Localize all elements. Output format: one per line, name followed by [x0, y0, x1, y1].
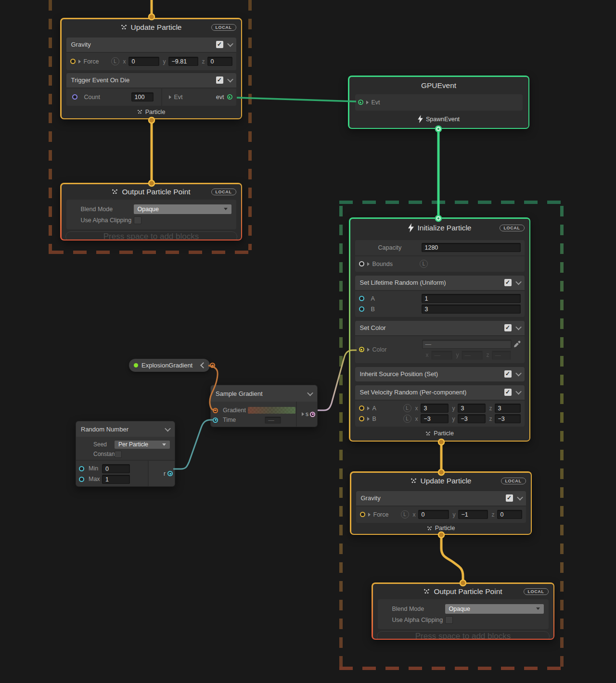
dropdown-arrow-icon	[536, 607, 540, 610]
velocity-b-z-field[interactable]: −3	[495, 414, 521, 423]
lifetime-a-port[interactable]	[359, 296, 364, 301]
local-badge: LOCAL	[500, 225, 525, 231]
color-value-field[interactable]: —	[422, 340, 512, 349]
local-space-icon[interactable]: L	[403, 404, 411, 412]
chevron-down-icon[interactable]	[515, 324, 522, 330]
particle-icon	[121, 25, 127, 30]
chevron-down-icon[interactable]	[227, 76, 233, 83]
block-enabled-checkbox[interactable]: ✓	[504, 389, 512, 396]
seed-value: Per Particle	[118, 441, 148, 448]
force-label: Force	[84, 58, 99, 65]
particle-icon	[137, 110, 142, 114]
chevron-down-icon[interactable]	[307, 390, 313, 396]
particle-footer-label: Particle	[145, 109, 166, 115]
seed-dropdown[interactable]: Per Particle	[115, 441, 170, 449]
max-label: Max	[89, 476, 102, 482]
velocity-b-port[interactable]	[359, 416, 364, 421]
velocity-a-port[interactable]	[359, 405, 364, 411]
node-gpuevent[interactable]: GPUEvent Evt SpawnEvent	[348, 76, 529, 129]
time-input-port[interactable]	[213, 417, 218, 423]
node-title: Update Particle	[131, 23, 182, 32]
node-update-particle-2[interactable]: Update Particle LOCAL Gravity ✓ Force L …	[350, 471, 532, 535]
node-sample-gradient[interactable]: Sample Gradient Gradient Time — s	[210, 385, 318, 427]
node-title: Output Particle Point	[122, 188, 190, 196]
max-field[interactable]: 1	[102, 475, 130, 484]
block-enabled-checkbox[interactable]: ✓	[506, 494, 513, 502]
chevron-down-icon[interactable]	[165, 425, 171, 431]
lifetime-b-port[interactable]	[359, 306, 364, 312]
local-space-icon[interactable]: L	[403, 415, 411, 423]
chevron-down-icon[interactable]	[227, 41, 233, 47]
local-space-icon[interactable]: L	[111, 57, 119, 65]
chevron-down-icon[interactable]	[515, 370, 522, 377]
node-random-number[interactable]: Random Number Seed Per Particle Constant	[76, 421, 175, 487]
force-y-field[interactable]: −9.81	[168, 57, 198, 66]
parameter-explosion-gradient[interactable]: ExplosionGradient	[129, 359, 210, 372]
velocity-a-z-field[interactable]: 3	[495, 404, 521, 413]
collapse-icon[interactable]	[200, 362, 206, 368]
particle-icon	[112, 189, 118, 194]
alpha-clipping-checkbox[interactable]	[445, 616, 453, 624]
velocity-b-y-field[interactable]: −3	[458, 414, 486, 423]
alpha-clipping-checkbox[interactable]	[134, 216, 141, 224]
blend-mode-dropdown[interactable]: Opaque	[134, 204, 231, 214]
blend-mode-label: Blend Mode	[81, 206, 134, 213]
block-label: Set Lifetime Random (Uniform)	[360, 279, 446, 286]
lifetime-a-field[interactable]: 1	[422, 294, 521, 303]
add-blocks-placeholder[interactable]: Press space to add blocks	[377, 631, 550, 639]
node-title: Sample Gradient	[216, 390, 263, 397]
node-update-particle-1[interactable]: Update Particle LOCAL Gravity ✓ Force L …	[60, 18, 242, 119]
block-enabled-checkbox[interactable]: ✓	[504, 324, 512, 331]
group-border-bottom	[50, 251, 252, 254]
force-z-field[interactable]: 0	[207, 57, 232, 66]
bounds-port[interactable]	[359, 261, 364, 266]
force-x-field[interactable]: 0	[128, 57, 159, 66]
blend-mode-dropdown[interactable]: Opaque	[445, 604, 544, 614]
chevron-down-icon[interactable]	[515, 279, 522, 285]
gpuevent-evt-label: Evt	[372, 99, 380, 106]
node-output-particle-point-1[interactable]: Output Particle Point LOCAL Blend Mode O…	[60, 183, 242, 240]
capacity-field[interactable]: 1280	[422, 243, 521, 252]
block-lifetime-header: Set Lifetime Random (Uniform) ✓	[355, 276, 525, 290]
gradient-input-port[interactable]	[213, 408, 218, 413]
force-port[interactable]	[360, 512, 365, 517]
block-enabled-checkbox[interactable]: ✓	[216, 41, 223, 48]
evt-output-port[interactable]	[227, 94, 232, 100]
local-space-icon[interactable]: L	[420, 260, 428, 268]
count-field[interactable]: 100	[131, 92, 154, 101]
parameter-output-port[interactable]	[210, 363, 215, 368]
velocity-a-y-field[interactable]: 3	[458, 404, 486, 413]
count-port[interactable]	[72, 94, 77, 100]
max-port[interactable]	[79, 477, 84, 482]
force-x-field[interactable]: 0	[418, 510, 449, 519]
force-y-field[interactable]: −1	[458, 510, 488, 519]
group-border-right	[248, 0, 252, 250]
min-port[interactable]	[79, 466, 84, 471]
add-blocks-placeholder[interactable]: Press space to add blocks	[65, 231, 237, 240]
block-enabled-checkbox[interactable]: ✓	[504, 370, 512, 378]
gpuevent-evt-port[interactable]	[358, 100, 363, 105]
chevron-down-icon[interactable]	[515, 389, 522, 395]
min-field[interactable]: 0	[102, 464, 130, 473]
lifetime-b-field[interactable]: 3	[422, 304, 521, 314]
local-badge: LOCAL	[501, 478, 526, 484]
force-port[interactable]	[70, 59, 76, 64]
velocity-b-x-field[interactable]: −3	[421, 414, 449, 423]
constant-label: Constant	[93, 451, 115, 457]
eyedropper-icon[interactable]	[513, 341, 521, 348]
gradient-preview[interactable]	[248, 407, 295, 414]
seed-label: Seed	[93, 441, 115, 448]
random-output-port[interactable]	[167, 471, 173, 476]
force-z-field[interactable]: 0	[497, 510, 522, 519]
node-initialize-particle[interactable]: Initialize Particle LOCAL Capacity 1280 …	[349, 217, 530, 442]
block-enabled-checkbox[interactable]: ✓	[216, 76, 223, 84]
constant-checkbox[interactable]	[115, 451, 122, 458]
alpha-clipping-label: Use Alpha Clipping	[81, 217, 134, 224]
chevron-down-icon[interactable]	[517, 494, 523, 501]
sample-output-port[interactable]	[310, 412, 315, 417]
velocity-a-x-field[interactable]: 3	[421, 404, 449, 413]
block-enabled-checkbox[interactable]: ✓	[504, 279, 512, 286]
node-output-particle-point-2[interactable]: Output Particle Point LOCAL Blend Mode O…	[372, 582, 554, 640]
color-port[interactable]	[359, 347, 364, 352]
local-space-icon[interactable]: L	[401, 510, 409, 519]
